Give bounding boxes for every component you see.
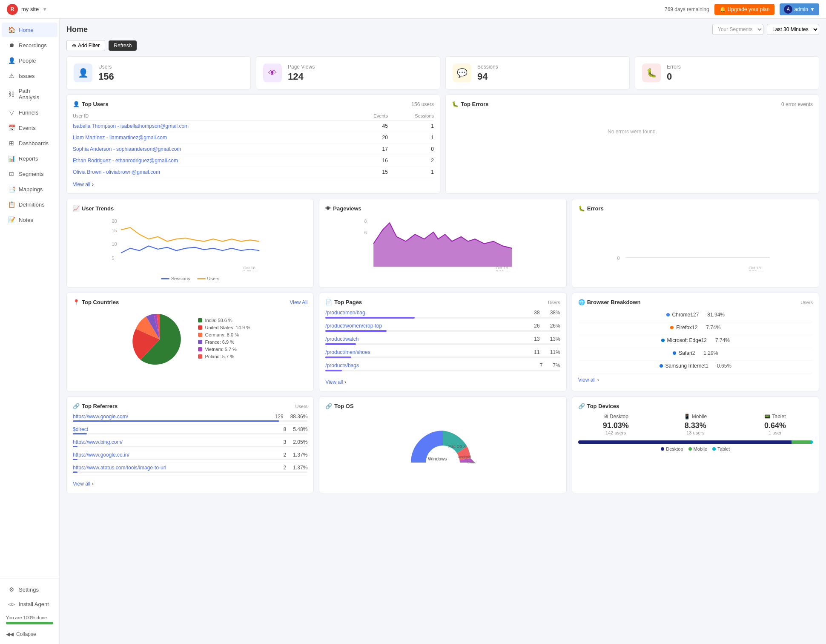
user-name[interactable]: Sophia Anderson - sophiaanderson@gmail.c… [73, 144, 353, 155]
sidebar-item-install-agent[interactable]: </> Install Agent [2, 597, 57, 611]
sessions-stat-value: 94 [477, 71, 498, 82]
top-pages-list: /product/men/bag 38 38% /product/women/c… [325, 310, 560, 371]
user-name[interactable]: Liam Martinez - liammartinez@gmail.com [73, 132, 353, 144]
layout: 🏠 Home ⏺ Recordings 👤 People ⚠ Issues ⛓ … [0, 19, 826, 644]
tablet-legend-dot [712, 447, 716, 451]
referrer-name[interactable]: $direct [73, 426, 284, 432]
top-users-title: 👤 Top Users [73, 101, 109, 107]
funnels-icon: ▽ [8, 109, 15, 116]
referrers-view-all[interactable]: View all [73, 481, 90, 487]
browser-view-all[interactable]: View all [578, 377, 596, 383]
definitions-icon: 📋 [8, 201, 15, 208]
sidebar-item-segments[interactable]: ⊡ Segments [2, 167, 57, 181]
time-select[interactable]: Last 30 Minutes [767, 24, 819, 35]
country-item-germany: Germany: 8.0 % [198, 332, 250, 337]
users-stat-label: Users [98, 64, 114, 70]
referrer-name[interactable]: https://www.atatus.com/tools/image-to-ur… [73, 465, 284, 471]
logo: R [7, 4, 18, 15]
svg-text:10: 10 [112, 242, 117, 247]
page-name[interactable]: /product/men/shoes [325, 349, 370, 355]
sidebar-item-issues[interactable]: ⚠ Issues [2, 69, 57, 83]
admin-menu[interactable]: A admin ▼ [780, 3, 819, 15]
devices-row: 🖥 Desktop 91.03% 142 users 📱 Mobile 8.33… [578, 414, 813, 435]
country-item-vietnam: Vietnam: 5.7 % [198, 347, 250, 352]
pageviews-header: 👁 Pageviews [325, 205, 560, 212]
sidebar-label-path-analysis: Path Analysis [19, 88, 52, 101]
sidebar-item-funnels[interactable]: ▽ Funnels [2, 105, 57, 120]
countries-icon: 📍 [73, 299, 80, 305]
sidebar-item-dashboards[interactable]: ⊞ Dashboards [2, 136, 57, 150]
mobile-label: 📱 Mobile [658, 414, 733, 420]
page-name[interactable]: /product/women/crop-top [325, 323, 382, 329]
mobile-value: 8.33% [658, 421, 733, 430]
add-filter-button[interactable]: ⊕ Add Filter [66, 40, 105, 51]
referrer-users: 2 [284, 452, 287, 458]
referrer-name[interactable]: https://www.google.co.in/ [73, 452, 284, 458]
referrer-users: 3 [284, 439, 287, 445]
sidebar-item-notes[interactable]: 📝 Notes [2, 213, 57, 227]
sidebar-item-recordings[interactable]: ⏺ Recordings [2, 38, 57, 52]
user-sessions: 1 [388, 167, 434, 178]
user-name[interactable]: Isabella Thompson - isabellathompson@gma… [73, 121, 353, 132]
sidebar-label-people: People [19, 58, 36, 64]
sidebar-item-path-analysis[interactable]: ⛓ Path Analysis [2, 84, 57, 104]
svg-text:Mac OS X: Mac OS X [448, 444, 466, 448]
referrer-name[interactable]: https://www.google.com/ [73, 414, 275, 420]
sidebar-item-settings[interactable]: ⚙ Settings [2, 582, 57, 597]
user-name[interactable]: Olivia Brown - oliviabrown@gmail.com [73, 167, 353, 178]
tablet-label: 📟 Tablet [737, 414, 813, 420]
sidebar-item-reports[interactable]: 📊 Reports [2, 151, 57, 166]
mappings-icon: 📑 [8, 186, 15, 193]
settings-icon: ⚙ [8, 586, 15, 593]
referrer-percent: 1.37% [293, 465, 307, 471]
legend-desktop: Desktop [661, 446, 683, 451]
top-errors-card: 🐛 Top Errors 0 error events No errors we… [445, 95, 819, 194]
user-events: 15 [353, 167, 388, 178]
browser-dot [666, 313, 670, 316]
browser-users: 127 [690, 312, 699, 318]
browser-percent: 7.74% [706, 325, 720, 331]
col-events: Events [353, 112, 388, 121]
referrer-name[interactable]: https://www.bing.com/ [73, 439, 284, 445]
referrer-percent: 1.37% [293, 452, 307, 458]
segment-select[interactable]: Your Segments [712, 24, 763, 35]
pie-chart-svg [130, 310, 189, 369]
sidebar-item-people[interactable]: 👤 People [2, 53, 57, 68]
site-name[interactable]: my site [21, 6, 39, 12]
user-name[interactable]: Ethan Rodriguez - ethanrodriguez@gmail.c… [73, 155, 353, 167]
page-users: 11 [534, 349, 539, 355]
errors-chart-icon: 🐛 [578, 205, 585, 212]
sidebar-item-home[interactable]: 🏠 Home [2, 23, 57, 37]
page-name[interactable]: /product/men/bag [325, 310, 365, 316]
upgrade-button[interactable]: 🔔 Upgrade your plan [714, 4, 775, 15]
sidebar-bottom: ⚙ Settings </> Install Agent You are 100… [0, 578, 59, 641]
list-item: https://www.google.com/ 129 88.36% [73, 414, 307, 425]
table-row: Ethan Rodriguez - ethanrodriguez@gmail.c… [73, 155, 434, 167]
user-trends-header: 📈 User Trends [73, 205, 307, 212]
sidebar-item-events[interactable]: 📅 Events [2, 121, 57, 135]
france-dot [198, 340, 202, 344]
germany-dot [198, 333, 202, 337]
page-name[interactable]: /product/watch [325, 336, 359, 342]
sidebar-label-definitions: Definitions [19, 201, 45, 208]
browser-icon: 🌐 [578, 299, 585, 305]
stat-card-pageviews: 👁 Page Views 124 [256, 56, 440, 89]
top-users-view-all[interactable]: View all [73, 181, 90, 187]
sidebar-item-mappings[interactable]: 📑 Mappings [2, 182, 57, 196]
device-desktop: 🖥 Desktop 91.03% 142 users [578, 414, 654, 435]
pageviews-stat-info: Page Views 124 [288, 64, 315, 82]
top-pages-view-all[interactable]: View all [325, 379, 343, 385]
collapse-button[interactable]: ◀◀ Collapse [0, 628, 59, 641]
browser-name: Chrome [666, 312, 691, 318]
top-referrers-header: 🔗 Top Referrers Users [73, 403, 307, 409]
referrer-percent: 5.48% [293, 426, 307, 432]
page-name[interactable]: /products/bags [325, 362, 359, 368]
list-item: /product/men/shoes 11 11% [325, 349, 560, 358]
refresh-button[interactable]: Refresh [109, 40, 137, 51]
browser-dot [660, 364, 663, 368]
device-mobile: 📱 Mobile 8.33% 13 users [658, 414, 733, 435]
pageviews-stat-icon: 👁 [263, 63, 282, 82]
countries-view-all[interactable]: View All [290, 299, 308, 305]
sidebar-item-definitions[interactable]: 📋 Definitions [2, 197, 57, 212]
mobile-bar [792, 440, 810, 444]
